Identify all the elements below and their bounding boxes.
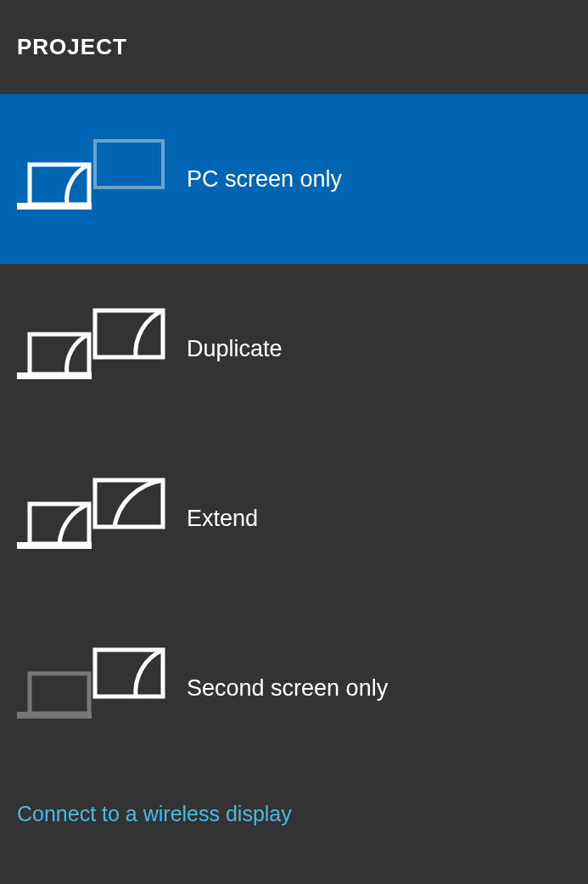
extend-icon bbox=[17, 476, 170, 561]
project-option-extend[interactable]: Extend bbox=[0, 434, 588, 603]
second-screen-only-icon bbox=[17, 646, 170, 730]
pc-screen-only-icon bbox=[17, 137, 170, 221]
panel-title: PROJECT bbox=[0, 0, 588, 94]
project-option-duplicate[interactable]: Duplicate bbox=[0, 264, 588, 434]
project-option-pc-screen-only[interactable]: PC screen only bbox=[0, 94, 588, 264]
svg-rect-6 bbox=[95, 480, 163, 527]
project-option-second-screen-only[interactable]: Second screen only bbox=[0, 603, 588, 773]
duplicate-icon bbox=[17, 306, 170, 391]
option-label: Duplicate bbox=[187, 336, 283, 362]
option-label: PC screen only bbox=[187, 166, 342, 193]
option-label: Second screen only bbox=[187, 675, 388, 702]
connect-wireless-display-link[interactable]: Connect to a wireless display bbox=[17, 802, 292, 826]
svg-rect-10 bbox=[30, 674, 89, 713]
option-label: Extend bbox=[187, 506, 258, 532]
svg-rect-0 bbox=[95, 141, 163, 187]
